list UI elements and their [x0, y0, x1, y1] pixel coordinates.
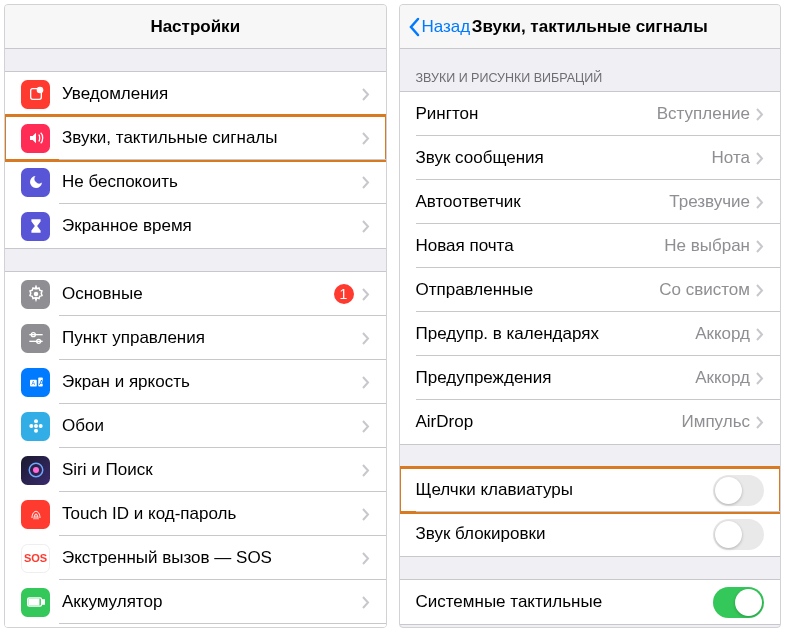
row-sound-option[interactable]: ПредупрежденияАккорд — [400, 356, 781, 400]
row-notifications[interactable]: Уведомления — [5, 72, 386, 116]
row-sound-option[interactable]: ОтправленныеСо свистом — [400, 268, 781, 312]
chevron-right-icon — [362, 376, 370, 389]
row-system-haptics[interactable]: Системные тактильные — [400, 580, 781, 624]
settings-screen: Настройки Уведомления Звуки, тактильные … — [4, 4, 387, 628]
toggle-switch[interactable] — [713, 475, 764, 506]
row-detail: Аккорд — [695, 324, 750, 344]
group-header: ЗВУКИ И РИСУНКИ ВИБРАЦИЙ — [400, 71, 781, 91]
chevron-right-icon — [756, 240, 764, 253]
row-display[interactable]: AA Экран и яркость — [5, 360, 386, 404]
chevron-right-icon — [362, 552, 370, 565]
chevron-right-icon — [362, 288, 370, 301]
chevron-right-icon — [362, 176, 370, 189]
chevron-right-icon — [362, 420, 370, 433]
chevron-right-icon — [756, 152, 764, 165]
row-detail: Нота — [712, 148, 750, 168]
chevron-right-icon — [756, 372, 764, 385]
sounds-screen: Назад Звуки, тактильные сигналы ЗВУКИ И … — [399, 4, 782, 628]
row-lock-sound[interactable]: Звук блокировки — [400, 512, 781, 556]
display-icon: AA — [21, 368, 50, 397]
chevron-right-icon — [756, 196, 764, 209]
row-keyboard-clicks[interactable]: Щелчки клавиатуры — [400, 468, 781, 512]
row-detail: Аккорд — [695, 368, 750, 388]
row-label: Новая почта — [416, 236, 665, 256]
chevron-right-icon — [362, 220, 370, 233]
svg-point-17 — [33, 467, 39, 473]
fingerprint-icon — [21, 500, 50, 529]
page-title: Звуки, тактильные сигналы — [472, 17, 708, 37]
row-sound-option[interactable]: Новая почтаНе выбран — [400, 224, 781, 268]
row-label: AirDrop — [416, 412, 682, 432]
row-label: Звук сообщения — [416, 148, 712, 168]
row-label: Предупреждения — [416, 368, 696, 388]
svg-point-14 — [29, 424, 33, 428]
row-siri[interactable]: Siri и Поиск — [5, 448, 386, 492]
chevron-right-icon — [362, 132, 370, 145]
row-sound-option[interactable]: AirDropИмпульс — [400, 400, 781, 444]
row-label: Экстренный вызов — SOS — [62, 548, 362, 568]
chevron-right-icon — [362, 596, 370, 609]
nav-bar: Настройки — [5, 5, 386, 49]
nav-bar: Назад Звуки, тактильные сигналы — [400, 5, 781, 49]
notifications-icon — [21, 80, 50, 109]
chevron-right-icon — [362, 464, 370, 477]
row-label: Экранное время — [62, 216, 362, 236]
page-title: Настройки — [150, 17, 240, 37]
row-sound-option[interactable]: АвтоответчикТрезвучие — [400, 180, 781, 224]
row-label: Не беспокоить — [62, 172, 362, 192]
row-screentime[interactable]: Экранное время — [5, 204, 386, 248]
svg-rect-20 — [29, 599, 39, 605]
row-sos[interactable]: SOS Экстренный вызов — SOS — [5, 536, 386, 580]
row-label: Пункт управления — [62, 328, 362, 348]
chevron-right-icon — [756, 328, 764, 341]
row-wallpaper[interactable]: Обои — [5, 404, 386, 448]
row-label: Экран и яркость — [62, 372, 362, 392]
row-sound-option[interactable]: Предупр. в календаряхАккорд — [400, 312, 781, 356]
row-dnd[interactable]: Не беспокоить — [5, 160, 386, 204]
sounds-icon — [21, 124, 50, 153]
row-sound-option[interactable]: Звук сообщенияНота — [400, 136, 781, 180]
svg-point-1 — [37, 87, 42, 92]
svg-point-12 — [34, 419, 38, 423]
sliders-icon — [21, 324, 50, 353]
sounds-list[interactable]: ЗВУКИ И РИСУНКИ ВИБРАЦИЙ РингтонВступлен… — [400, 49, 781, 627]
chevron-right-icon — [362, 508, 370, 521]
flower-icon — [21, 412, 50, 441]
row-label: Щелчки клавиатуры — [416, 480, 714, 500]
back-label: Назад — [422, 17, 471, 37]
row-detail: Не выбран — [664, 236, 750, 256]
row-sounds[interactable]: Звуки, тактильные сигналы — [5, 116, 386, 160]
toggle-switch[interactable] — [713, 519, 764, 550]
row-sound-option[interactable]: РингтонВступление — [400, 92, 781, 136]
svg-rect-19 — [42, 600, 44, 604]
settings-list[interactable]: Уведомления Звуки, тактильные сигналы Не… — [5, 49, 386, 627]
back-button[interactable]: Назад — [408, 17, 471, 37]
gear-icon — [21, 280, 50, 309]
svg-point-2 — [33, 292, 38, 297]
toggle-switch[interactable] — [713, 587, 764, 618]
row-battery[interactable]: Аккумулятор — [5, 580, 386, 624]
chevron-right-icon — [756, 416, 764, 429]
badge: 1 — [334, 284, 354, 304]
row-touchid[interactable]: Touch ID и код-пароль — [5, 492, 386, 536]
row-label: Аккумулятор — [62, 592, 362, 612]
moon-icon — [21, 168, 50, 197]
row-privacy[interactable]: Конфиденциальность — [5, 624, 386, 627]
row-label: Отправленные — [416, 280, 660, 300]
row-label: Siri и Поиск — [62, 460, 362, 480]
svg-point-11 — [34, 424, 38, 428]
row-detail: Вступление — [657, 104, 750, 124]
group-footer: Воспроизводите тактильные сигналы при уп… — [400, 625, 781, 627]
row-label: Уведомления — [62, 84, 362, 104]
row-label: Обои — [62, 416, 362, 436]
chevron-right-icon — [756, 108, 764, 121]
row-label: Предупр. в календарях — [416, 324, 696, 344]
row-general[interactable]: Основные 1 — [5, 272, 386, 316]
chevron-right-icon — [362, 332, 370, 345]
chevron-right-icon — [362, 88, 370, 101]
row-control-center[interactable]: Пункт управления — [5, 316, 386, 360]
hourglass-icon — [21, 212, 50, 241]
row-label: Основные — [62, 284, 334, 304]
row-label: Touch ID и код-пароль — [62, 504, 362, 524]
svg-point-15 — [38, 424, 42, 428]
